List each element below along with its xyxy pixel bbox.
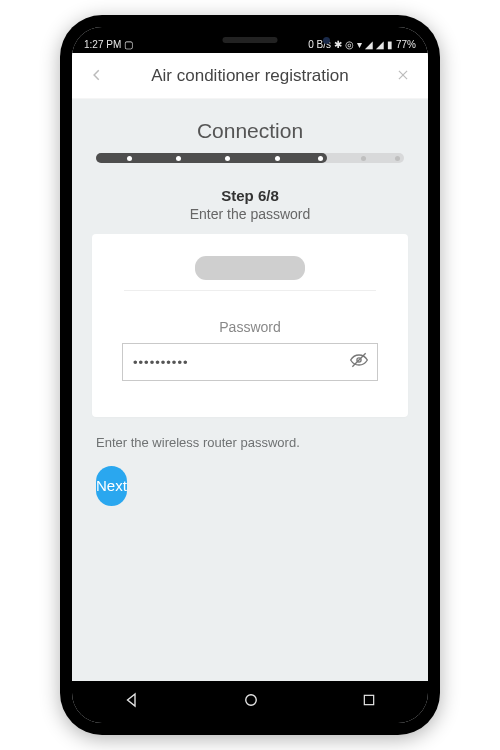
progress-dot <box>361 156 366 161</box>
screen: 1:27 PM ▢ 0 B/s ✱ ◎ ▾ ◢ ◢ ▮ 77% Air cond… <box>72 27 428 723</box>
progress-dot <box>395 156 400 161</box>
progress-dot <box>225 156 230 161</box>
progress-dot <box>176 156 181 161</box>
svg-point-5 <box>246 695 257 706</box>
password-input[interactable] <box>123 355 377 370</box>
step-label: Step 6/8 <box>72 187 428 204</box>
back-button[interactable] <box>84 60 110 91</box>
progress-bar <box>96 151 404 165</box>
signal2-icon: ◢ <box>376 39 384 50</box>
progress-dot <box>275 156 280 161</box>
hint-text: Enter the wireless router password. <box>96 435 404 450</box>
step-subtitle: Enter the password <box>72 206 428 222</box>
bluetooth-icon: ✱ <box>334 39 342 50</box>
signal-icon: ◢ <box>365 39 373 50</box>
close-button[interactable] <box>390 60 416 91</box>
form-card: Password <box>92 234 408 417</box>
nav-back-icon[interactable] <box>123 691 141 713</box>
ssid-redacted <box>195 256 305 280</box>
next-button[interactable]: Next <box>96 466 127 506</box>
screenshot-icon: ▢ <box>124 39 133 50</box>
step-header: Step 6/8 Enter the password <box>72 187 428 222</box>
nav-home-icon[interactable] <box>242 691 260 713</box>
app-bar: Air conditioner registration <box>72 53 428 99</box>
phone-frame: 1:27 PM ▢ 0 B/s ✱ ◎ ▾ ◢ ◢ ▮ 77% Air cond… <box>60 15 440 735</box>
status-time: 1:27 PM <box>84 39 121 50</box>
progress-dot <box>318 156 323 161</box>
svg-rect-6 <box>365 695 374 704</box>
vibrate-icon: ◎ <box>345 39 354 50</box>
status-net: 0 B/s <box>308 39 331 50</box>
progress-dot <box>127 156 132 161</box>
status-battery: 77% <box>396 39 416 50</box>
content-area: Connection Step 6/8 Enter the password <box>72 99 428 681</box>
battery-icon: ▮ <box>387 39 393 50</box>
wifi-icon: ▾ <box>357 39 362 50</box>
toggle-visibility-button[interactable] <box>349 350 369 374</box>
page-title: Air conditioner registration <box>151 66 348 86</box>
svg-marker-4 <box>127 694 135 706</box>
section-title: Connection <box>72 119 428 143</box>
status-bar: 1:27 PM ▢ 0 B/s ✱ ◎ ▾ ◢ ◢ ▮ 77% <box>72 27 428 53</box>
nav-recents-icon[interactable] <box>361 692 377 712</box>
password-label: Password <box>110 319 390 335</box>
password-field-wrap <box>122 343 378 381</box>
divider <box>124 290 376 291</box>
android-nav-bar <box>72 681 428 723</box>
